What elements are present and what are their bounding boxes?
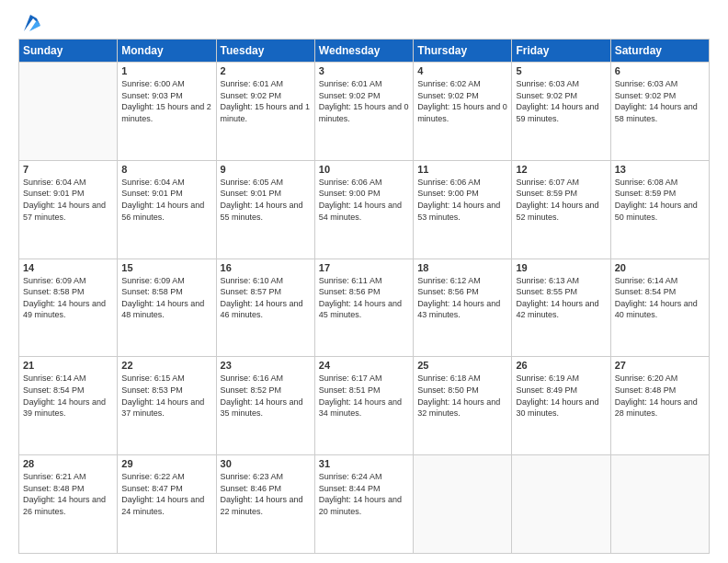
day-of-week-header: Thursday	[414, 40, 512, 63]
calendar-cell	[610, 455, 709, 554]
day-number: 25	[417, 360, 507, 371]
calendar-cell: 8Sunrise: 6:04 AMSunset: 9:01 PMDaylight…	[118, 160, 216, 259]
day-number: 1	[121, 65, 211, 76]
day-info: Sunrise: 6:11 AMSunset: 8:56 PMDaylight:…	[319, 275, 409, 321]
day-info: Sunrise: 6:21 AMSunset: 8:48 PMDaylight:…	[23, 471, 113, 517]
day-info: Sunrise: 6:20 AMSunset: 8:48 PMDaylight:…	[615, 373, 705, 419]
day-info: Sunrise: 6:22 AMSunset: 8:47 PMDaylight:…	[121, 471, 211, 517]
calendar-cell: 9Sunrise: 6:05 AMSunset: 9:01 PMDaylight…	[216, 160, 314, 259]
day-info: Sunrise: 6:08 AMSunset: 8:59 PMDaylight:…	[615, 177, 705, 223]
calendar-cell: 23Sunrise: 6:16 AMSunset: 8:52 PMDayligh…	[216, 357, 314, 455]
logo	[18, 15, 40, 31]
calendar-cell: 22Sunrise: 6:15 AMSunset: 8:53 PMDayligh…	[118, 357, 216, 455]
calendar-cell: 3Sunrise: 6:01 AMSunset: 9:02 PMDaylight…	[314, 63, 413, 161]
day-info: Sunrise: 6:09 AMSunset: 8:58 PMDaylight:…	[23, 275, 113, 321]
day-info: Sunrise: 6:15 AMSunset: 8:53 PMDaylight:…	[121, 373, 211, 419]
day-of-week-header: Monday	[118, 40, 216, 63]
svg-marker-1	[29, 20, 40, 31]
day-info: Sunrise: 6:06 AMSunset: 9:00 PMDaylight:…	[319, 177, 409, 223]
calendar-cell	[512, 455, 610, 554]
day-info: Sunrise: 6:19 AMSunset: 8:49 PMDaylight:…	[516, 373, 606, 419]
day-of-week-header: Wednesday	[314, 40, 413, 63]
day-number: 9	[221, 164, 311, 175]
calendar-week-row: 7Sunrise: 6:04 AMSunset: 9:01 PMDaylight…	[19, 160, 710, 259]
day-number: 10	[319, 164, 409, 175]
day-number: 20	[615, 262, 705, 273]
day-info: Sunrise: 6:01 AMSunset: 9:02 PMDaylight:…	[221, 78, 311, 124]
day-info: Sunrise: 6:04 AMSunset: 9:01 PMDaylight:…	[121, 177, 211, 223]
day-info: Sunrise: 6:04 AMSunset: 9:01 PMDaylight:…	[23, 177, 113, 223]
day-of-week-header: Sunday	[19, 40, 118, 63]
calendar-cell: 31Sunrise: 6:24 AMSunset: 8:44 PMDayligh…	[314, 455, 413, 554]
calendar-cell: 24Sunrise: 6:17 AMSunset: 8:51 PMDayligh…	[314, 357, 413, 455]
day-number: 17	[319, 262, 409, 273]
calendar-week-row: 21Sunrise: 6:14 AMSunset: 8:54 PMDayligh…	[19, 357, 710, 455]
calendar-cell: 2Sunrise: 6:01 AMSunset: 9:02 PMDaylight…	[216, 63, 314, 161]
calendar-cell: 6Sunrise: 6:03 AMSunset: 9:02 PMDaylight…	[610, 63, 709, 161]
day-info: Sunrise: 6:00 AMSunset: 9:03 PMDaylight:…	[121, 78, 211, 124]
calendar-cell	[19, 63, 118, 161]
day-number: 12	[516, 164, 606, 175]
calendar-cell: 27Sunrise: 6:20 AMSunset: 8:48 PMDayligh…	[610, 357, 709, 455]
calendar-cell: 19Sunrise: 6:13 AMSunset: 8:55 PMDayligh…	[512, 259, 610, 357]
calendar-body: 1Sunrise: 6:00 AMSunset: 9:03 PMDaylight…	[19, 63, 710, 554]
calendar-header-row: SundayMondayTuesdayWednesdayThursdayFrid…	[19, 40, 710, 63]
day-number: 3	[319, 65, 409, 76]
day-info: Sunrise: 6:09 AMSunset: 8:58 PMDaylight:…	[121, 275, 211, 321]
day-number: 26	[516, 360, 606, 371]
day-number: 22	[121, 360, 211, 371]
day-info: Sunrise: 6:13 AMSunset: 8:55 PMDaylight:…	[516, 275, 606, 321]
day-of-week-header: Tuesday	[216, 40, 314, 63]
calendar-cell: 5Sunrise: 6:03 AMSunset: 9:02 PMDaylight…	[512, 63, 610, 161]
day-number: 23	[221, 360, 311, 371]
calendar-cell: 11Sunrise: 6:06 AMSunset: 9:00 PMDayligh…	[414, 160, 512, 259]
calendar-cell: 15Sunrise: 6:09 AMSunset: 8:58 PMDayligh…	[118, 259, 216, 357]
day-number: 5	[516, 65, 606, 76]
calendar-cell: 14Sunrise: 6:09 AMSunset: 8:58 PMDayligh…	[19, 259, 118, 357]
day-number: 15	[121, 262, 211, 273]
calendar-cell: 17Sunrise: 6:11 AMSunset: 8:56 PMDayligh…	[314, 259, 413, 357]
day-info: Sunrise: 6:02 AMSunset: 9:02 PMDaylight:…	[417, 78, 507, 124]
day-number: 8	[121, 164, 211, 175]
logo-text	[18, 15, 40, 31]
day-info: Sunrise: 6:14 AMSunset: 8:54 PMDaylight:…	[615, 275, 705, 321]
day-number: 6	[615, 65, 705, 76]
day-number: 13	[615, 164, 705, 175]
calendar-cell: 13Sunrise: 6:08 AMSunset: 8:59 PMDayligh…	[610, 160, 709, 259]
day-number: 21	[23, 360, 113, 371]
day-of-week-header: Friday	[512, 40, 610, 63]
day-info: Sunrise: 6:23 AMSunset: 8:46 PMDaylight:…	[221, 471, 311, 517]
calendar-cell	[414, 455, 512, 554]
day-number: 2	[221, 65, 311, 76]
calendar-cell: 30Sunrise: 6:23 AMSunset: 8:46 PMDayligh…	[216, 455, 314, 554]
day-info: Sunrise: 6:10 AMSunset: 8:57 PMDaylight:…	[221, 275, 311, 321]
day-number: 7	[23, 164, 113, 175]
calendar-cell: 12Sunrise: 6:07 AMSunset: 8:59 PMDayligh…	[512, 160, 610, 259]
header	[18, 15, 710, 31]
day-info: Sunrise: 6:18 AMSunset: 8:50 PMDaylight:…	[417, 373, 507, 419]
day-info: Sunrise: 6:03 AMSunset: 9:02 PMDaylight:…	[615, 78, 705, 124]
calendar-cell: 28Sunrise: 6:21 AMSunset: 8:48 PMDayligh…	[19, 455, 118, 554]
logo-icon	[20, 15, 40, 31]
day-info: Sunrise: 6:12 AMSunset: 8:56 PMDaylight:…	[417, 275, 507, 321]
day-info: Sunrise: 6:24 AMSunset: 8:44 PMDaylight:…	[319, 471, 409, 517]
calendar-cell: 1Sunrise: 6:00 AMSunset: 9:03 PMDaylight…	[118, 63, 216, 161]
day-number: 18	[417, 262, 507, 273]
day-number: 16	[221, 262, 311, 273]
calendar-cell: 7Sunrise: 6:04 AMSunset: 9:01 PMDaylight…	[19, 160, 118, 259]
day-of-week-header: Saturday	[610, 40, 709, 63]
calendar-cell: 10Sunrise: 6:06 AMSunset: 9:00 PMDayligh…	[314, 160, 413, 259]
day-info: Sunrise: 6:01 AMSunset: 9:02 PMDaylight:…	[319, 78, 409, 124]
calendar-week-row: 1Sunrise: 6:00 AMSunset: 9:03 PMDaylight…	[19, 63, 710, 161]
day-info: Sunrise: 6:14 AMSunset: 8:54 PMDaylight:…	[23, 373, 113, 419]
calendar-week-row: 28Sunrise: 6:21 AMSunset: 8:48 PMDayligh…	[19, 455, 710, 554]
page: SundayMondayTuesdayWednesdayThursdayFrid…	[0, 0, 728, 563]
day-number: 30	[221, 458, 311, 469]
day-info: Sunrise: 6:07 AMSunset: 8:59 PMDaylight:…	[516, 177, 606, 223]
calendar-cell: 25Sunrise: 6:18 AMSunset: 8:50 PMDayligh…	[414, 357, 512, 455]
day-number: 4	[417, 65, 507, 76]
calendar-week-row: 14Sunrise: 6:09 AMSunset: 8:58 PMDayligh…	[19, 259, 710, 357]
day-number: 29	[121, 458, 211, 469]
calendar-cell: 16Sunrise: 6:10 AMSunset: 8:57 PMDayligh…	[216, 259, 314, 357]
day-info: Sunrise: 6:17 AMSunset: 8:51 PMDaylight:…	[319, 373, 409, 419]
